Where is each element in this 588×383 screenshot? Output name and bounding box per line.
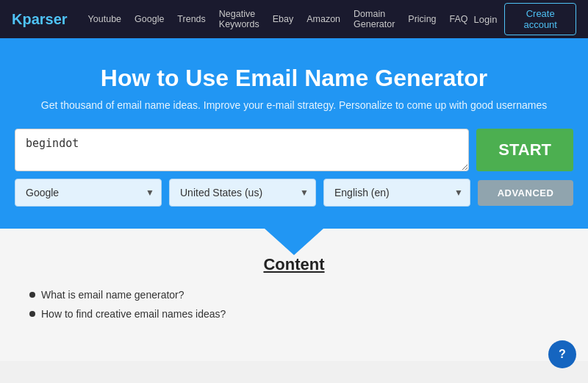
engine-select-wrapper: Google Bing Yahoo ▼: [15, 179, 162, 207]
list-item: How to find creative email names ideas?: [29, 308, 559, 320]
nav-link-google[interactable]: Google: [129, 10, 170, 29]
country-select-wrapper: United States (us) United Kingdom (gb) C…: [169, 179, 316, 207]
country-select[interactable]: United States (us) United Kingdom (gb) C…: [169, 179, 316, 207]
bullet-icon: [29, 311, 35, 317]
hero-title: How to Use Email Name Generator: [15, 65, 573, 92]
nav-link-pricing[interactable]: Pricing: [402, 10, 442, 29]
search-input[interactable]: begindot: [15, 129, 469, 171]
nav-links: Youtube Google Trends Negative Keywords …: [82, 4, 474, 34]
nav-link-trends[interactable]: Trends: [171, 10, 211, 29]
chevron-down-icon: [265, 229, 323, 255]
list-item: What is email name generator?: [29, 289, 559, 301]
brand-logo[interactable]: Kparser: [12, 11, 68, 28]
nav-link-domain-generator[interactable]: Domain Generator: [348, 4, 401, 34]
language-select-wrapper: English (en) Spanish (es) French (fr) Ge…: [323, 179, 470, 207]
start-button[interactable]: START: [476, 129, 573, 171]
help-button[interactable]: ?: [548, 340, 576, 368]
controls-row: Google Bing Yahoo ▼ United States (us) U…: [15, 179, 573, 207]
nav-link-ebay[interactable]: Ebay: [267, 10, 300, 29]
nav-link-negative-keywords[interactable]: Negative Keywords: [213, 4, 265, 34]
language-select[interactable]: English (en) Spanish (es) French (fr) Ge…: [323, 179, 470, 207]
create-account-button[interactable]: Create account: [504, 3, 576, 35]
nav-link-youtube[interactable]: Youtube: [82, 10, 127, 29]
hero-subtitle: Get thousand of email name ideas. Improv…: [15, 99, 573, 111]
nav-actions: Login Create account: [474, 3, 576, 35]
search-row: begindot START: [15, 129, 573, 171]
search-area: begindot START Google Bing Yahoo ▼ Unite…: [15, 129, 573, 207]
nav-link-amazon[interactable]: Amazon: [301, 10, 346, 29]
nav-link-faq[interactable]: FAQ: [444, 10, 474, 29]
content-title: Content: [29, 255, 559, 274]
engine-select[interactable]: Google Bing Yahoo: [15, 179, 162, 207]
content-list: What is email name generator? How to fin…: [29, 289, 559, 320]
navbar: Kparser Youtube Google Trends Negative K…: [0, 0, 588, 38]
advanced-button[interactable]: ADVANCED: [478, 180, 573, 206]
hero-section: How to Use Email Name Generator Get thou…: [0, 38, 588, 229]
bullet-icon: [29, 292, 35, 298]
login-link[interactable]: Login: [474, 14, 498, 25]
